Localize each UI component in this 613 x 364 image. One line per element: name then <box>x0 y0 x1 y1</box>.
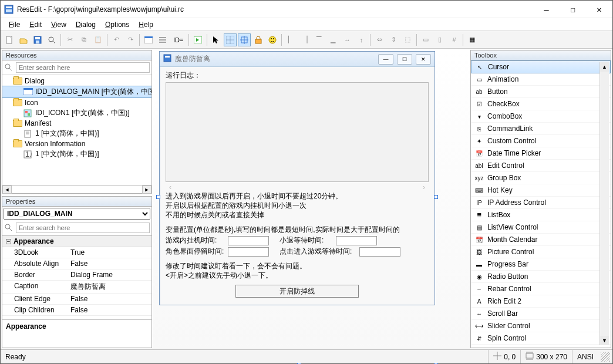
toolbox-item-label: Spin Control <box>487 334 526 342</box>
tree-node-dialog[interactable]: Dialog <box>2 76 151 86</box>
tree-node-dialog-item[interactable]: IDD_DIALOG_MAIN [中文(简体，中国)] <box>2 86 151 98</box>
menu-view[interactable]: View <box>48 19 70 30</box>
tree-node-version-item[interactable]: 1.01 [中文(简体，中国)] <box>2 149 151 160</box>
toolbox-item[interactable]: ▭Animation <box>471 73 611 86</box>
prop-category[interactable]: −Appearance <box>2 236 151 247</box>
save-icon[interactable] <box>31 33 44 46</box>
new-icon[interactable] <box>3 33 16 46</box>
dialog-close-button[interactable]: ✕ <box>416 54 431 65</box>
svg-point-21 <box>271 38 272 39</box>
tree-node-icon-item[interactable]: IDI_ICON1 [中文(简体，中国)] <box>2 107 151 119</box>
folder-icon <box>13 140 22 147</box>
scroll-right-icon[interactable]: ► <box>142 186 151 194</box>
toolbox-item[interactable]: AStatic Text <box>471 345 611 348</box>
preview-icon[interactable] <box>45 33 58 46</box>
toolbox-item[interactable]: ◉Radio Button <box>471 271 611 283</box>
toolbox-item[interactable]: ⎘CommandLink <box>471 123 611 135</box>
toolbox-item[interactable]: 🖼Picture Control <box>471 246 611 258</box>
toolbox-item-label: Progress Bar <box>487 260 528 268</box>
toolbox-item-label: CheckBox <box>487 100 520 108</box>
toolbox-item[interactable]: ↔Scroll Bar <box>471 308 611 320</box>
resources-search-input[interactable] <box>16 62 150 73</box>
cursor-tool-icon[interactable] <box>210 33 223 46</box>
test-dialog-icon[interactable] <box>191 33 204 46</box>
dialog-preview[interactable]: 魔兽防暂离 — ☐ ✕ 运行日志： ‹› 进入到游戏界面以后再开启，小退时间不要… <box>159 51 435 305</box>
toolbox-item-icon: ↔ <box>474 309 484 318</box>
edit-control[interactable] <box>336 236 377 245</box>
toolbox-item-label: Group Box <box>487 174 521 182</box>
toolbox-item-icon: 📅 <box>474 149 484 158</box>
toolbox-item[interactable]: abButton <box>471 86 611 98</box>
smiley-tool-icon[interactable] <box>266 33 279 46</box>
toolbox-item[interactable]: ☑CheckBox <box>471 98 611 110</box>
grid-tool-icon[interactable] <box>224 33 237 46</box>
tree-node-version[interactable]: Version Information <box>2 139 151 149</box>
toolbox-item[interactable]: 📆Month Calendar <box>471 234 611 246</box>
minimize-button[interactable]: — <box>533 1 560 18</box>
scroll-up-icon[interactable]: ▲ <box>600 62 609 72</box>
toolbox-item[interactable]: ⎓Rebar Control <box>471 283 611 295</box>
snap-grid-icon[interactable]: ▦ <box>466 33 479 46</box>
guides-tool-icon[interactable] <box>238 33 251 46</box>
resources-tree[interactable]: Dialog IDD_DIALOG_MAIN [中文(简体，中国)] Icon … <box>2 75 151 185</box>
statusbar: Ready 0, 0 300 x 270 ANSI <box>1 349 612 363</box>
edit-control[interactable] <box>228 247 269 257</box>
menu-edit[interactable]: Edit <box>26 19 45 30</box>
tree-node-manifest[interactable]: Manifest <box>2 119 151 128</box>
toolbox-item[interactable]: ▬Progress Bar <box>471 258 611 271</box>
lock-tool-icon[interactable] <box>252 33 265 46</box>
toolbox-item[interactable]: ≣ListBox <box>471 209 611 221</box>
toolbox-item[interactable]: ARich Edit 2 <box>471 295 611 308</box>
same-width-icon: ⇔ <box>373 33 386 46</box>
button-control[interactable]: 开启防掉线 <box>235 285 359 298</box>
close-button[interactable]: ✕ <box>586 1 612 18</box>
tree-node-manifest-item[interactable]: 1 [中文(简体，中国)] <box>2 128 151 139</box>
res-list-icon[interactable] <box>156 33 169 46</box>
toolbox-list[interactable]: ↖Cursor▭AnimationabButton☑CheckBox▾Combo… <box>471 60 611 348</box>
toolbox-item[interactable]: ▤ListView Control <box>471 221 611 234</box>
toolbox-item[interactable]: ablEdit Control <box>471 160 611 172</box>
svg-line-36 <box>9 228 12 231</box>
dialog-max-button[interactable]: ☐ <box>397 54 412 65</box>
dialog-titlebar[interactable]: 魔兽防暂离 — ☐ ✕ <box>160 52 435 67</box>
toolbox-item-icon: A <box>474 346 484 348</box>
maximize-button[interactable]: ☐ <box>560 1 586 18</box>
menu-options[interactable]: Options <box>102 19 133 30</box>
scroll-left-icon[interactable]: ◄ <box>2 186 12 194</box>
static-text: 不用的时候点关闭或者直接关掉 <box>166 211 429 220</box>
toolbox-item[interactable]: xyzGroup Box <box>471 172 611 184</box>
resize-grip-icon[interactable] <box>601 352 610 362</box>
dialog-min-button[interactable]: — <box>378 54 393 65</box>
svg-point-23 <box>5 64 10 69</box>
toolbox-item[interactable]: 📅Date Time Picker <box>471 147 611 160</box>
edit-control[interactable] <box>228 236 269 245</box>
properties-search-input[interactable] <box>16 223 150 233</box>
toolbox-item[interactable]: ⇵Spin Control <box>471 332 611 345</box>
static-text: 开启以后根据配置的游戏内挂机时间小退一次 <box>166 201 429 210</box>
properties-object-select[interactable]: IDD_DIALOG_MAIN <box>4 208 150 220</box>
dialog-body[interactable]: 运行日志： ‹› 进入到游戏界面以后再开启，小退时间不要超过20分钟。 开启以后… <box>160 67 435 305</box>
toolbox-item[interactable]: ⟷Slider Control <box>471 320 611 332</box>
tree-node-icon[interactable]: Icon <box>2 98 151 107</box>
resources-hscroll[interactable]: ◄ ► <box>2 185 151 193</box>
edit-control[interactable] <box>166 82 429 182</box>
toolbox-item[interactable]: ✦Custom Control <box>471 135 611 147</box>
scroll-down-icon[interactable]: ▼ <box>600 336 609 345</box>
align-bottom-icon: ▁ <box>326 33 339 46</box>
menu-dialog[interactable]: Dialog <box>72 19 99 30</box>
properties-grid[interactable]: −Appearance 3DLookTrue Absolute AlignFal… <box>2 235 151 319</box>
toolbox-item[interactable]: ↖Cursor <box>471 60 611 73</box>
toolbox-item[interactable]: ▾ComboBox <box>471 110 611 123</box>
toolbox-item-icon: ⌨ <box>474 186 484 195</box>
open-icon[interactable] <box>17 33 30 46</box>
toolbox-item[interactable]: IPIP Address Control <box>471 197 611 209</box>
toolbox-item[interactable]: ⌨Hot Key <box>471 184 611 197</box>
menu-help[interactable]: Help <box>135 19 157 30</box>
id-label[interactable]: ID= <box>170 33 186 46</box>
design-surface[interactable]: 魔兽防暂离 — ☐ ✕ 运行日志： ‹› 进入到游戏界面以后再开启，小退时间不要… <box>153 49 469 349</box>
collapse-icon[interactable]: − <box>6 239 11 244</box>
res-dialog-icon[interactable] <box>142 33 155 46</box>
edit-control[interactable] <box>359 247 400 257</box>
menu-file[interactable]: File <box>5 19 23 30</box>
toolbox-item-label: ListBox <box>487 211 510 219</box>
